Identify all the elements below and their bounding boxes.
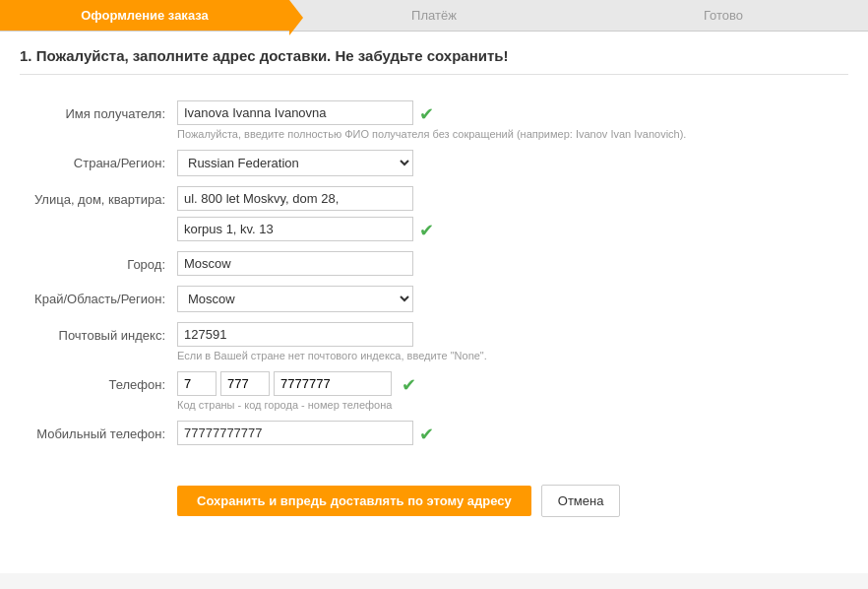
mobile-input[interactable] xyxy=(177,421,413,445)
step-checkout-label: Оформление заказа xyxy=(81,8,209,23)
save-button[interactable]: Сохранить и впредь доставлять по этому а… xyxy=(177,486,531,516)
buttons-row: Сохранить и впредь доставлять по этому а… xyxy=(177,485,848,517)
phone-check-icon: ✔ xyxy=(402,374,416,396)
recipient-field-group: ✔ Пожалуйста, введите полностью ФИО полу… xyxy=(177,100,848,140)
mobile-field-group: ✔ xyxy=(177,421,848,445)
country-label: Страна/Регион: xyxy=(20,150,177,170)
mobile-field-container: ✔ xyxy=(177,421,848,445)
city-label: Город: xyxy=(20,251,177,272)
step-payment-label: Платёж xyxy=(411,8,457,23)
country-row: Страна/Регион: Russian Federation xyxy=(20,150,848,176)
step-done-label: Готово xyxy=(704,8,743,23)
country-select[interactable]: Russian Federation xyxy=(177,150,413,176)
region-row: Край/Область/Регион: Moscow xyxy=(20,286,848,312)
step-checkout[interactable]: Оформление заказа xyxy=(0,0,289,31)
street-check-icon: ✔ xyxy=(419,220,434,241)
street-input-1[interactable] xyxy=(177,186,413,211)
country-field-group: Russian Federation xyxy=(177,150,848,176)
street-label: Улица, дом, квартира: xyxy=(20,186,177,207)
zip-label: Почтовый индекс: xyxy=(20,322,177,343)
phone-label: Телефон: xyxy=(20,371,177,392)
zip-field-group: Если в Вашей стране нет почтового индекс… xyxy=(177,322,848,361)
recipient-input[interactable] xyxy=(177,100,413,125)
phone-field-group: ✔ Код страны - код города - номер телефо… xyxy=(177,371,848,411)
mobile-label: Мобильный телефон: xyxy=(20,421,177,441)
recipient-check-icon: ✔ xyxy=(419,103,434,125)
step-done[interactable]: Готово xyxy=(579,0,868,31)
zip-input[interactable] xyxy=(177,322,413,347)
page-title: 1. Пожалуйста, заполните адрес доставки.… xyxy=(20,47,848,75)
recipient-row: Имя получателя: ✔ Пожалуйста, введите по… xyxy=(20,100,848,140)
main-container: 1. Пожалуйста, заполните адрес доставки.… xyxy=(0,32,868,573)
phone-inputs-container: ✔ xyxy=(177,371,848,396)
phone-code-input[interactable] xyxy=(177,371,217,396)
region-field-group: Moscow xyxy=(177,286,848,312)
street-line2-container: ✔ xyxy=(177,217,848,241)
phone-area-input[interactable] xyxy=(220,371,270,396)
step-payment[interactable]: Платёж xyxy=(289,0,579,31)
street-input-2[interactable] xyxy=(177,217,413,241)
region-select[interactable]: Moscow xyxy=(177,286,413,312)
recipient-field-container: ✔ xyxy=(177,100,848,125)
zip-hint: Если в Вашей стране нет почтового индекс… xyxy=(177,350,728,361)
city-row: Город: xyxy=(20,251,848,276)
zip-row: Почтовый индекс: Если в Вашей стране нет… xyxy=(20,322,848,361)
mobile-check-icon: ✔ xyxy=(419,424,434,445)
phone-number-input[interactable] xyxy=(274,371,392,396)
delivery-address-form: Имя получателя: ✔ Пожалуйста, введите по… xyxy=(20,91,848,465)
recipient-label: Имя получателя: xyxy=(20,100,177,121)
street-field-group: ✔ xyxy=(177,186,848,241)
city-input[interactable] xyxy=(177,251,413,276)
steps-bar: Оформление заказа Платёж Готово xyxy=(0,0,868,32)
street-row: Улица, дом, квартира: ✔ xyxy=(20,186,848,241)
phone-row: Телефон: ✔ Код страны - код города - ном… xyxy=(20,371,848,411)
mobile-row: Мобильный телефон: ✔ xyxy=(20,421,848,445)
cancel-button[interactable]: Отмена xyxy=(541,485,621,517)
city-field-group xyxy=(177,251,848,276)
region-label: Край/Область/Регион: xyxy=(20,286,177,306)
recipient-hint: Пожалуйста, введите полностью ФИО получа… xyxy=(177,128,728,140)
phone-hint: Код страны - код города - номер телефона xyxy=(177,399,728,411)
